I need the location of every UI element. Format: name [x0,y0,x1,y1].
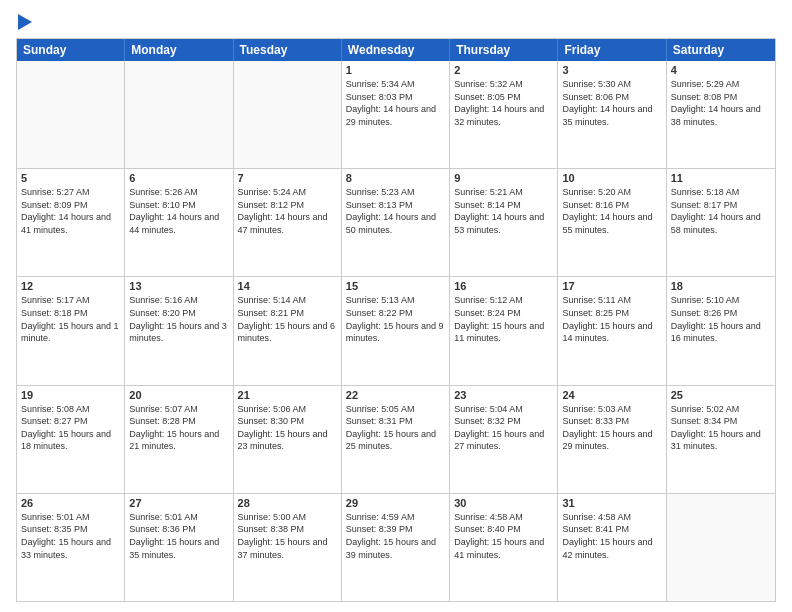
daylight-text: Daylight: 15 hours and 6 minutes. [238,320,337,345]
sunset-text: Sunset: 8:33 PM [562,415,661,428]
calendar-day-7: 7Sunrise: 5:24 AMSunset: 8:12 PMDaylight… [234,169,342,276]
daylight-text: Daylight: 15 hours and 31 minutes. [671,428,771,453]
calendar-day-13: 13Sunrise: 5:16 AMSunset: 8:20 PMDayligh… [125,277,233,384]
calendar-day-27: 27Sunrise: 5:01 AMSunset: 8:36 PMDayligh… [125,494,233,601]
sunrise-text: Sunrise: 5:06 AM [238,403,337,416]
day-number: 25 [671,389,771,401]
day-number: 2 [454,64,553,76]
sunset-text: Sunset: 8:21 PM [238,307,337,320]
sunrise-text: Sunrise: 5:02 AM [671,403,771,416]
daylight-text: Daylight: 14 hours and 41 minutes. [21,211,120,236]
calendar-day-1: 1Sunrise: 5:34 AMSunset: 8:03 PMDaylight… [342,61,450,168]
sunset-text: Sunset: 8:26 PM [671,307,771,320]
calendar-day-31: 31Sunrise: 4:58 AMSunset: 8:41 PMDayligh… [558,494,666,601]
daylight-text: Daylight: 15 hours and 16 minutes. [671,320,771,345]
sunset-text: Sunset: 8:34 PM [671,415,771,428]
daylight-text: Daylight: 15 hours and 42 minutes. [562,536,661,561]
day-number: 4 [671,64,771,76]
calendar-week-1: 1Sunrise: 5:34 AMSunset: 8:03 PMDaylight… [17,61,775,169]
sunset-text: Sunset: 8:08 PM [671,91,771,104]
sunrise-text: Sunrise: 5:01 AM [129,511,228,524]
day-number: 23 [454,389,553,401]
calendar-day-empty [17,61,125,168]
day-number: 26 [21,497,120,509]
day-number: 18 [671,280,771,292]
calendar-week-3: 12Sunrise: 5:17 AMSunset: 8:18 PMDayligh… [17,277,775,385]
sunset-text: Sunset: 8:18 PM [21,307,120,320]
header-cell-thursday: Thursday [450,39,558,61]
sunset-text: Sunset: 8:36 PM [129,523,228,536]
calendar-day-2: 2Sunrise: 5:32 AMSunset: 8:05 PMDaylight… [450,61,558,168]
calendar-day-20: 20Sunrise: 5:07 AMSunset: 8:28 PMDayligh… [125,386,233,493]
calendar-day-14: 14Sunrise: 5:14 AMSunset: 8:21 PMDayligh… [234,277,342,384]
calendar-day-6: 6Sunrise: 5:26 AMSunset: 8:10 PMDaylight… [125,169,233,276]
day-number: 28 [238,497,337,509]
calendar-week-5: 26Sunrise: 5:01 AMSunset: 8:35 PMDayligh… [17,494,775,601]
day-number: 31 [562,497,661,509]
sunrise-text: Sunrise: 5:16 AM [129,294,228,307]
sunset-text: Sunset: 8:03 PM [346,91,445,104]
calendar-day-8: 8Sunrise: 5:23 AMSunset: 8:13 PMDaylight… [342,169,450,276]
sunrise-text: Sunrise: 5:03 AM [562,403,661,416]
sunset-text: Sunset: 8:10 PM [129,199,228,212]
calendar-day-18: 18Sunrise: 5:10 AMSunset: 8:26 PMDayligh… [667,277,775,384]
sunset-text: Sunset: 8:05 PM [454,91,553,104]
day-number: 17 [562,280,661,292]
sunset-text: Sunset: 8:17 PM [671,199,771,212]
calendar-day-17: 17Sunrise: 5:11 AMSunset: 8:25 PMDayligh… [558,277,666,384]
sunrise-text: Sunrise: 5:23 AM [346,186,445,199]
daylight-text: Daylight: 14 hours and 35 minutes. [562,103,661,128]
sunrise-text: Sunrise: 5:14 AM [238,294,337,307]
header-cell-wednesday: Wednesday [342,39,450,61]
daylight-text: Daylight: 15 hours and 37 minutes. [238,536,337,561]
day-number: 8 [346,172,445,184]
sunrise-text: Sunrise: 5:17 AM [21,294,120,307]
daylight-text: Daylight: 14 hours and 50 minutes. [346,211,445,236]
daylight-text: Daylight: 15 hours and 9 minutes. [346,320,445,345]
day-number: 22 [346,389,445,401]
day-number: 24 [562,389,661,401]
calendar-day-25: 25Sunrise: 5:02 AMSunset: 8:34 PMDayligh… [667,386,775,493]
sunset-text: Sunset: 8:32 PM [454,415,553,428]
sunrise-text: Sunrise: 5:20 AM [562,186,661,199]
calendar-week-2: 5Sunrise: 5:27 AMSunset: 8:09 PMDaylight… [17,169,775,277]
calendar-day-21: 21Sunrise: 5:06 AMSunset: 8:30 PMDayligh… [234,386,342,493]
header-cell-tuesday: Tuesday [234,39,342,61]
daylight-text: Daylight: 15 hours and 41 minutes. [454,536,553,561]
sunset-text: Sunset: 8:35 PM [21,523,120,536]
daylight-text: Daylight: 14 hours and 29 minutes. [346,103,445,128]
calendar-day-3: 3Sunrise: 5:30 AMSunset: 8:06 PMDaylight… [558,61,666,168]
sunrise-text: Sunrise: 5:21 AM [454,186,553,199]
sunset-text: Sunset: 8:28 PM [129,415,228,428]
sunset-text: Sunset: 8:40 PM [454,523,553,536]
header-cell-saturday: Saturday [667,39,775,61]
calendar-day-empty [667,494,775,601]
daylight-text: Daylight: 15 hours and 21 minutes. [129,428,228,453]
daylight-text: Daylight: 15 hours and 25 minutes. [346,428,445,453]
sunset-text: Sunset: 8:06 PM [562,91,661,104]
sunset-text: Sunset: 8:20 PM [129,307,228,320]
calendar-day-24: 24Sunrise: 5:03 AMSunset: 8:33 PMDayligh… [558,386,666,493]
sunset-text: Sunset: 8:25 PM [562,307,661,320]
daylight-text: Daylight: 15 hours and 27 minutes. [454,428,553,453]
calendar-day-empty [125,61,233,168]
calendar-day-16: 16Sunrise: 5:12 AMSunset: 8:24 PMDayligh… [450,277,558,384]
day-number: 14 [238,280,337,292]
daylight-text: Daylight: 15 hours and 18 minutes. [21,428,120,453]
daylight-text: Daylight: 15 hours and 14 minutes. [562,320,661,345]
sunset-text: Sunset: 8:38 PM [238,523,337,536]
sunrise-text: Sunrise: 5:30 AM [562,78,661,91]
calendar-day-11: 11Sunrise: 5:18 AMSunset: 8:17 PMDayligh… [667,169,775,276]
daylight-text: Daylight: 14 hours and 44 minutes. [129,211,228,236]
calendar-day-4: 4Sunrise: 5:29 AMSunset: 8:08 PMDaylight… [667,61,775,168]
calendar-day-empty [234,61,342,168]
daylight-text: Daylight: 14 hours and 32 minutes. [454,103,553,128]
sunset-text: Sunset: 8:16 PM [562,199,661,212]
sunrise-text: Sunrise: 5:27 AM [21,186,120,199]
day-number: 13 [129,280,228,292]
day-number: 15 [346,280,445,292]
daylight-text: Daylight: 15 hours and 3 minutes. [129,320,228,345]
calendar-day-22: 22Sunrise: 5:05 AMSunset: 8:31 PMDayligh… [342,386,450,493]
sunset-text: Sunset: 8:41 PM [562,523,661,536]
daylight-text: Daylight: 15 hours and 39 minutes. [346,536,445,561]
